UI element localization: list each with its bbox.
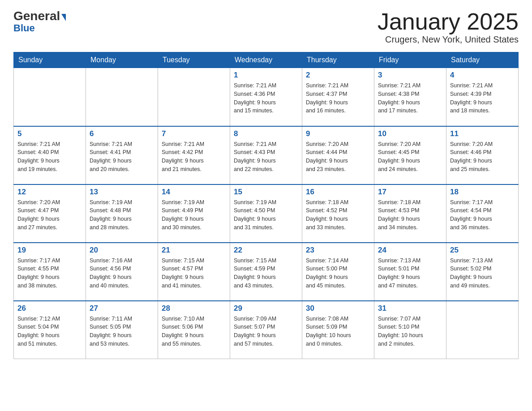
calendar-cell: 8Sunrise: 7:21 AM Sunset: 4:43 PM Daylig…	[230, 126, 302, 184]
calendar-cell	[14, 68, 86, 126]
calendar-cell: 20Sunrise: 7:16 AM Sunset: 4:56 PM Dayli…	[86, 243, 158, 301]
page-subtitle: Crugers, New York, United States	[378, 34, 519, 45]
day-info: Sunrise: 7:20 AM Sunset: 4:47 PM Dayligh…	[17, 198, 82, 232]
day-info: Sunrise: 7:11 AM Sunset: 5:05 PM Dayligh…	[90, 315, 154, 348]
day-info: Sunrise: 7:21 AM Sunset: 4:38 PM Dayligh…	[378, 81, 442, 115]
day-info: Sunrise: 7:21 AM Sunset: 4:42 PM Dayligh…	[162, 140, 226, 174]
day-number: 26	[17, 304, 82, 313]
calendar-cell: 19Sunrise: 7:17 AM Sunset: 4:55 PM Dayli…	[14, 243, 86, 301]
day-info: Sunrise: 7:08 AM Sunset: 5:09 PM Dayligh…	[306, 315, 370, 348]
calendar-cell: 24Sunrise: 7:13 AM Sunset: 5:01 PM Dayli…	[374, 243, 446, 301]
day-info: Sunrise: 7:17 AM Sunset: 4:55 PM Dayligh…	[17, 257, 82, 290]
day-info: Sunrise: 7:20 AM Sunset: 4:44 PM Dayligh…	[306, 140, 370, 174]
day-number: 14	[162, 188, 226, 197]
day-info: Sunrise: 7:21 AM Sunset: 4:43 PM Dayligh…	[234, 140, 298, 174]
calendar-cell: 18Sunrise: 7:17 AM Sunset: 4:54 PM Dayli…	[446, 184, 519, 243]
day-info: Sunrise: 7:21 AM Sunset: 4:40 PM Dayligh…	[17, 140, 82, 174]
day-info: Sunrise: 7:19 AM Sunset: 4:49 PM Dayligh…	[162, 198, 226, 232]
calendar-week-1: 1Sunrise: 7:21 AM Sunset: 4:36 PM Daylig…	[14, 68, 519, 126]
col-monday: Monday	[86, 52, 158, 68]
calendar-header-row: Sunday Monday Tuesday Wednesday Thursday…	[14, 52, 519, 68]
calendar-cell: 17Sunrise: 7:18 AM Sunset: 4:53 PM Dayli…	[374, 184, 446, 243]
day-info: Sunrise: 7:10 AM Sunset: 5:06 PM Dayligh…	[162, 315, 226, 348]
day-number: 11	[450, 129, 515, 138]
day-number: 16	[306, 188, 370, 197]
calendar-cell: 15Sunrise: 7:19 AM Sunset: 4:50 PM Dayli…	[230, 184, 302, 243]
calendar-cell: 29Sunrise: 7:09 AM Sunset: 5:07 PM Dayli…	[230, 301, 302, 359]
calendar-cell: 28Sunrise: 7:10 AM Sunset: 5:06 PM Dayli…	[158, 301, 230, 359]
calendar-cell: 11Sunrise: 7:20 AM Sunset: 4:46 PM Dayli…	[446, 126, 519, 184]
col-saturday: Saturday	[446, 52, 519, 68]
logo: General Blue	[13, 9, 66, 34]
logo-arrow-icon	[61, 14, 66, 21]
day-number: 6	[90, 129, 154, 138]
day-info: Sunrise: 7:19 AM Sunset: 4:50 PM Dayligh…	[234, 198, 298, 232]
day-number: 17	[378, 188, 442, 197]
col-sunday: Sunday	[14, 52, 86, 68]
col-tuesday: Tuesday	[158, 52, 230, 68]
day-info: Sunrise: 7:18 AM Sunset: 4:52 PM Dayligh…	[306, 198, 370, 232]
day-number: 27	[90, 304, 154, 313]
logo-line1: General	[13, 9, 66, 23]
day-info: Sunrise: 7:18 AM Sunset: 4:53 PM Dayligh…	[378, 198, 442, 232]
day-number: 23	[306, 246, 370, 255]
logo-general-text: General	[13, 9, 60, 23]
calendar-cell: 6Sunrise: 7:21 AM Sunset: 4:41 PM Daylig…	[86, 126, 158, 184]
day-number: 29	[234, 304, 298, 313]
col-friday: Friday	[374, 52, 446, 68]
calendar-week-5: 26Sunrise: 7:12 AM Sunset: 5:04 PM Dayli…	[14, 301, 519, 359]
calendar-week-4: 19Sunrise: 7:17 AM Sunset: 4:55 PM Dayli…	[14, 243, 519, 301]
page-header: General Blue January 2025 Crugers, New Y…	[13, 9, 519, 45]
page-title: January 2025	[378, 9, 519, 34]
calendar-cell	[158, 68, 230, 126]
day-number: 18	[450, 188, 515, 197]
day-number: 8	[234, 129, 298, 138]
calendar-table: Sunday Monday Tuesday Wednesday Thursday…	[13, 52, 519, 359]
calendar-cell: 12Sunrise: 7:20 AM Sunset: 4:47 PM Dayli…	[14, 184, 86, 243]
day-info: Sunrise: 7:20 AM Sunset: 4:45 PM Dayligh…	[378, 140, 442, 174]
calendar-week-3: 12Sunrise: 7:20 AM Sunset: 4:47 PM Dayli…	[14, 184, 519, 243]
calendar-cell: 27Sunrise: 7:11 AM Sunset: 5:05 PM Dayli…	[86, 301, 158, 359]
day-number: 20	[90, 246, 154, 255]
calendar-cell: 25Sunrise: 7:13 AM Sunset: 5:02 PM Dayli…	[446, 243, 519, 301]
day-info: Sunrise: 7:15 AM Sunset: 4:57 PM Dayligh…	[162, 257, 226, 290]
day-info: Sunrise: 7:13 AM Sunset: 5:01 PM Dayligh…	[378, 257, 442, 290]
calendar-cell: 4Sunrise: 7:21 AM Sunset: 4:39 PM Daylig…	[446, 68, 519, 126]
calendar-cell: 23Sunrise: 7:14 AM Sunset: 5:00 PM Dayli…	[302, 243, 374, 301]
calendar-cell	[86, 68, 158, 126]
day-number: 2	[306, 71, 370, 80]
calendar-cell: 30Sunrise: 7:08 AM Sunset: 5:09 PM Dayli…	[302, 301, 374, 359]
calendar-cell: 22Sunrise: 7:15 AM Sunset: 4:59 PM Dayli…	[230, 243, 302, 301]
day-number: 25	[450, 246, 515, 255]
calendar-cell: 5Sunrise: 7:21 AM Sunset: 4:40 PM Daylig…	[14, 126, 86, 184]
day-info: Sunrise: 7:13 AM Sunset: 5:02 PM Dayligh…	[450, 257, 515, 290]
logo-blue-text: Blue	[13, 22, 35, 34]
day-number: 3	[378, 71, 442, 80]
calendar-cell: 31Sunrise: 7:07 AM Sunset: 5:10 PM Dayli…	[374, 301, 446, 359]
calendar-cell: 14Sunrise: 7:19 AM Sunset: 4:49 PM Dayli…	[158, 184, 230, 243]
calendar-cell: 3Sunrise: 7:21 AM Sunset: 4:38 PM Daylig…	[374, 68, 446, 126]
title-area: January 2025 Crugers, New York, United S…	[378, 9, 519, 45]
day-info: Sunrise: 7:21 AM Sunset: 4:37 PM Dayligh…	[306, 81, 370, 115]
calendar-cell	[446, 301, 519, 359]
col-thursday: Thursday	[302, 52, 374, 68]
calendar-cell: 1Sunrise: 7:21 AM Sunset: 4:36 PM Daylig…	[230, 68, 302, 126]
day-number: 4	[450, 71, 515, 80]
calendar-cell: 7Sunrise: 7:21 AM Sunset: 4:42 PM Daylig…	[158, 126, 230, 184]
day-info: Sunrise: 7:16 AM Sunset: 4:56 PM Dayligh…	[90, 257, 154, 290]
calendar-cell: 21Sunrise: 7:15 AM Sunset: 4:57 PM Dayli…	[158, 243, 230, 301]
day-number: 24	[378, 246, 442, 255]
day-info: Sunrise: 7:20 AM Sunset: 4:46 PM Dayligh…	[450, 140, 515, 174]
day-number: 28	[162, 304, 226, 313]
day-number: 1	[234, 71, 298, 80]
day-number: 13	[90, 188, 154, 197]
calendar-cell: 9Sunrise: 7:20 AM Sunset: 4:44 PM Daylig…	[302, 126, 374, 184]
calendar-cell: 10Sunrise: 7:20 AM Sunset: 4:45 PM Dayli…	[374, 126, 446, 184]
calendar-cell: 13Sunrise: 7:19 AM Sunset: 4:48 PM Dayli…	[86, 184, 158, 243]
calendar-week-2: 5Sunrise: 7:21 AM Sunset: 4:40 PM Daylig…	[14, 126, 519, 184]
col-wednesday: Wednesday	[230, 52, 302, 68]
day-info: Sunrise: 7:14 AM Sunset: 5:00 PM Dayligh…	[306, 257, 370, 290]
day-info: Sunrise: 7:21 AM Sunset: 4:39 PM Dayligh…	[450, 81, 515, 115]
day-number: 19	[17, 246, 82, 255]
day-info: Sunrise: 7:07 AM Sunset: 5:10 PM Dayligh…	[378, 315, 442, 348]
